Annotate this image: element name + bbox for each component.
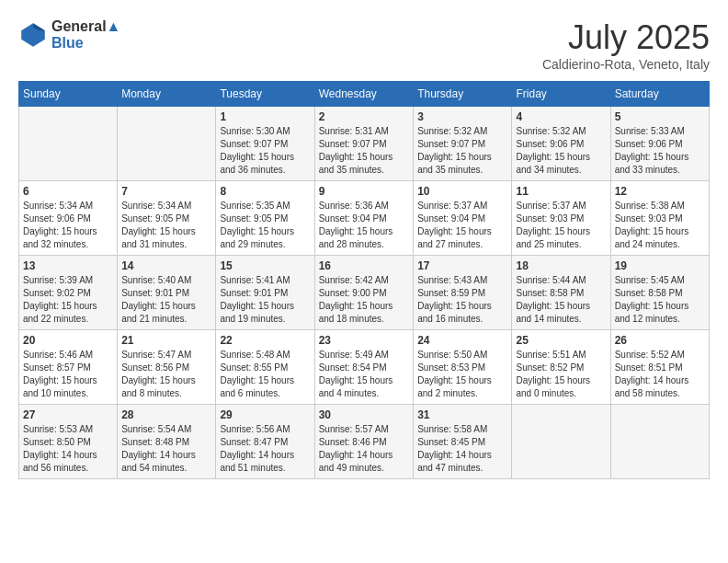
calendar-cell: 8Sunrise: 5:35 AM Sunset: 9:05 PM Daylig… — [216, 181, 314, 256]
cell-content: Sunrise: 5:58 AM Sunset: 8:45 PM Dayligh… — [417, 423, 507, 475]
day-number: 14 — [121, 259, 211, 272]
day-number: 21 — [121, 334, 211, 347]
day-number: 4 — [516, 110, 606, 123]
calendar-cell — [118, 107, 216, 181]
cell-content: Sunrise: 5:31 AM Sunset: 9:07 PM Dayligh… — [319, 125, 410, 177]
cell-content: Sunrise: 5:35 AM Sunset: 9:05 PM Dayligh… — [220, 200, 310, 251]
cell-content: Sunrise: 5:33 AM Sunset: 9:06 PM Dayligh… — [615, 125, 705, 177]
calendar-cell: 17Sunrise: 5:43 AM Sunset: 8:59 PM Dayli… — [414, 256, 512, 330]
cell-content: Sunrise: 5:34 AM Sunset: 9:06 PM Dayligh… — [23, 200, 113, 251]
day-number: 27 — [23, 408, 113, 421]
calendar-cell — [610, 405, 709, 479]
day-number: 24 — [417, 334, 507, 347]
day-number: 23 — [319, 334, 410, 347]
calendar-cell: 21Sunrise: 5:47 AM Sunset: 8:56 PM Dayli… — [118, 330, 216, 405]
cell-content: Sunrise: 5:57 AM Sunset: 8:46 PM Dayligh… — [319, 423, 410, 475]
cell-content: Sunrise: 5:46 AM Sunset: 8:57 PM Dayligh… — [23, 349, 113, 400]
week-row-4: 20Sunrise: 5:46 AM Sunset: 8:57 PM Dayli… — [19, 330, 710, 405]
title-block: July 2025 Caldierino-Rota, Veneto, Italy — [542, 18, 710, 72]
cell-content: Sunrise: 5:37 AM Sunset: 9:04 PM Dayligh… — [417, 200, 507, 251]
cell-content: Sunrise: 5:40 AM Sunset: 9:01 PM Dayligh… — [121, 274, 211, 326]
cell-content: Sunrise: 5:50 AM Sunset: 8:53 PM Dayligh… — [417, 349, 507, 400]
day-number: 31 — [417, 408, 507, 421]
cell-content: Sunrise: 5:56 AM Sunset: 8:47 PM Dayligh… — [220, 423, 310, 475]
day-number: 9 — [319, 185, 410, 198]
cell-content: Sunrise: 5:53 AM Sunset: 8:50 PM Dayligh… — [23, 423, 113, 475]
day-number: 5 — [615, 110, 705, 123]
cell-content: Sunrise: 5:43 AM Sunset: 8:59 PM Dayligh… — [417, 274, 507, 326]
weekday-header-tuesday: Tuesday — [216, 82, 314, 107]
cell-content: Sunrise: 5:47 AM Sunset: 8:56 PM Dayligh… — [121, 349, 211, 400]
cell-content: Sunrise: 5:54 AM Sunset: 8:48 PM Dayligh… — [121, 423, 211, 475]
calendar-cell: 3Sunrise: 5:32 AM Sunset: 9:07 PM Daylig… — [414, 107, 512, 181]
day-number: 8 — [220, 185, 310, 198]
cell-content: Sunrise: 5:36 AM Sunset: 9:04 PM Dayligh… — [319, 200, 410, 251]
calendar-cell: 6Sunrise: 5:34 AM Sunset: 9:06 PM Daylig… — [19, 181, 118, 256]
day-number: 19 — [615, 259, 705, 272]
cell-content: Sunrise: 5:52 AM Sunset: 8:51 PM Dayligh… — [615, 349, 705, 400]
day-number: 25 — [516, 334, 606, 347]
calendar-cell: 23Sunrise: 5:49 AM Sunset: 8:54 PM Dayli… — [314, 330, 414, 405]
day-number: 26 — [615, 334, 705, 347]
week-row-5: 27Sunrise: 5:53 AM Sunset: 8:50 PM Dayli… — [19, 405, 710, 479]
weekday-header-wednesday: Wednesday — [314, 82, 414, 107]
day-number: 7 — [121, 185, 211, 198]
day-number: 2 — [319, 110, 410, 123]
location: Caldierino-Rota, Veneto, Italy — [542, 57, 710, 72]
calendar-cell: 27Sunrise: 5:53 AM Sunset: 8:50 PM Dayli… — [19, 405, 118, 479]
cell-content: Sunrise: 5:32 AM Sunset: 9:06 PM Dayligh… — [516, 125, 606, 177]
calendar-cell: 29Sunrise: 5:56 AM Sunset: 8:47 PM Dayli… — [216, 405, 314, 479]
calendar-cell: 22Sunrise: 5:48 AM Sunset: 8:55 PM Dayli… — [216, 330, 314, 405]
week-row-3: 13Sunrise: 5:39 AM Sunset: 9:02 PM Dayli… — [19, 256, 710, 330]
cell-content: Sunrise: 5:49 AM Sunset: 8:54 PM Dayligh… — [319, 349, 410, 400]
cell-content: Sunrise: 5:32 AM Sunset: 9:07 PM Dayligh… — [417, 125, 507, 177]
calendar-cell: 4Sunrise: 5:32 AM Sunset: 9:06 PM Daylig… — [512, 107, 610, 181]
cell-content: Sunrise: 5:41 AM Sunset: 9:01 PM Dayligh… — [220, 274, 310, 326]
calendar-cell: 31Sunrise: 5:58 AM Sunset: 8:45 PM Dayli… — [414, 405, 512, 479]
page-header: General▲ Blue July 2025 Caldierino-Rota,… — [18, 18, 710, 72]
day-number: 15 — [220, 259, 310, 272]
calendar-cell — [512, 405, 610, 479]
day-number: 22 — [220, 334, 310, 347]
logo-text: General▲ Blue — [51, 18, 120, 52]
day-number: 12 — [615, 185, 705, 198]
calendar-cell: 18Sunrise: 5:44 AM Sunset: 8:58 PM Dayli… — [512, 256, 610, 330]
day-number: 3 — [417, 110, 507, 123]
cell-content: Sunrise: 5:51 AM Sunset: 8:52 PM Dayligh… — [516, 349, 606, 400]
cell-content: Sunrise: 5:39 AM Sunset: 9:02 PM Dayligh… — [23, 274, 113, 326]
day-number: 17 — [417, 259, 507, 272]
calendar-cell: 10Sunrise: 5:37 AM Sunset: 9:04 PM Dayli… — [414, 181, 512, 256]
calendar-cell: 24Sunrise: 5:50 AM Sunset: 8:53 PM Dayli… — [414, 330, 512, 405]
day-number: 16 — [319, 259, 410, 272]
calendar-table: SundayMondayTuesdayWednesdayThursdayFrid… — [18, 81, 710, 479]
cell-content: Sunrise: 5:45 AM Sunset: 8:58 PM Dayligh… — [615, 274, 705, 326]
calendar-cell: 14Sunrise: 5:40 AM Sunset: 9:01 PM Dayli… — [118, 256, 216, 330]
day-number: 11 — [516, 185, 606, 198]
calendar-cell: 19Sunrise: 5:45 AM Sunset: 8:58 PM Dayli… — [610, 256, 709, 330]
calendar-cell — [19, 107, 118, 181]
day-number: 6 — [23, 185, 113, 198]
day-number: 30 — [319, 408, 410, 421]
calendar-cell: 1Sunrise: 5:30 AM Sunset: 9:07 PM Daylig… — [216, 107, 314, 181]
day-number: 10 — [417, 185, 507, 198]
cell-content: Sunrise: 5:34 AM Sunset: 9:05 PM Dayligh… — [121, 200, 211, 251]
cell-content: Sunrise: 5:42 AM Sunset: 9:00 PM Dayligh… — [319, 274, 410, 326]
logo-icon — [18, 20, 48, 50]
week-row-2: 6Sunrise: 5:34 AM Sunset: 9:06 PM Daylig… — [19, 181, 710, 256]
month-title: July 2025 — [542, 18, 710, 57]
calendar-cell: 2Sunrise: 5:31 AM Sunset: 9:07 PM Daylig… — [314, 107, 414, 181]
cell-content: Sunrise: 5:38 AM Sunset: 9:03 PM Dayligh… — [615, 200, 705, 251]
calendar-cell: 20Sunrise: 5:46 AM Sunset: 8:57 PM Dayli… — [19, 330, 118, 405]
cell-content: Sunrise: 5:48 AM Sunset: 8:55 PM Dayligh… — [220, 349, 310, 400]
day-number: 13 — [23, 259, 113, 272]
calendar-cell: 11Sunrise: 5:37 AM Sunset: 9:03 PM Dayli… — [512, 181, 610, 256]
calendar-cell: 30Sunrise: 5:57 AM Sunset: 8:46 PM Dayli… — [314, 405, 414, 479]
calendar-cell: 15Sunrise: 5:41 AM Sunset: 9:01 PM Dayli… — [216, 256, 314, 330]
logo: General▲ Blue — [18, 18, 120, 52]
cell-content: Sunrise: 5:37 AM Sunset: 9:03 PM Dayligh… — [516, 200, 606, 251]
calendar-cell: 5Sunrise: 5:33 AM Sunset: 9:06 PM Daylig… — [610, 107, 709, 181]
calendar-cell: 12Sunrise: 5:38 AM Sunset: 9:03 PM Dayli… — [610, 181, 709, 256]
day-number: 18 — [516, 259, 606, 272]
weekday-header-monday: Monday — [118, 82, 216, 107]
weekday-header-saturday: Saturday — [610, 82, 709, 107]
